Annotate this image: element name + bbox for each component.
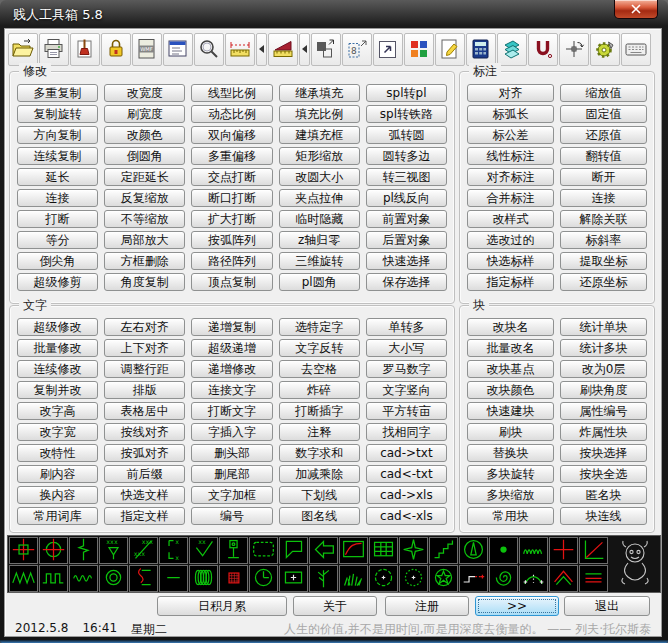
text-cmd-button[interactable]: 平方转亩	[366, 402, 447, 420]
text-cmd-button[interactable]: 快选文样	[104, 486, 185, 504]
modify-cmd-button[interactable]: 等分	[17, 231, 98, 249]
modify-cmd-button[interactable]: 建填充框	[279, 126, 360, 144]
modify-cmd-button[interactable]: 扩大打断	[191, 210, 272, 228]
block-cmd-button[interactable]: 炸属性块	[560, 423, 647, 441]
expand-button[interactable]: >>	[475, 596, 559, 616]
text-cmd-button[interactable]: 下划线	[279, 486, 360, 504]
scale-objects-button[interactable]	[311, 33, 341, 66]
grid-tool-rect-plus[interactable]	[279, 565, 308, 592]
text-cmd-button[interactable]: 指定文样	[104, 507, 185, 525]
text-cmd-button[interactable]: 删头部	[191, 444, 272, 462]
magnet-snap-button[interactable]	[528, 33, 558, 66]
modify-cmd-button[interactable]: 不等缩放	[104, 210, 185, 228]
text-cmd-button[interactable]: 批量修改	[17, 339, 98, 357]
dimension-cmd-button[interactable]: 还原值	[560, 126, 647, 144]
exit-button[interactable]: 退出	[564, 596, 650, 616]
dimension-cmd-button[interactable]: 指定标样	[467, 273, 554, 291]
grid-tool-leader-callout[interactable]	[279, 537, 308, 564]
modify-cmd-button[interactable]: pl圆角	[279, 273, 360, 291]
open-link-button[interactable]	[373, 33, 403, 66]
modify-cmd-button[interactable]: 反复缩放	[104, 189, 185, 207]
modify-cmd-button[interactable]: 定距延长	[104, 168, 185, 186]
text-cmd-button[interactable]: 编号	[191, 507, 272, 525]
lock-button[interactable]	[101, 33, 131, 66]
modify-cmd-button[interactable]: 倒圆角	[104, 147, 185, 165]
dimension-cmd-button[interactable]: 标公差	[467, 126, 554, 144]
block-cmd-button[interactable]: 常用块	[467, 507, 554, 525]
text-cmd-button[interactable]: 前后缀	[104, 465, 185, 483]
modify-cmd-button[interactable]: 线型比例	[191, 84, 272, 102]
dimension-cmd-button[interactable]: 线性标注	[467, 147, 554, 165]
dimension-cmd-button[interactable]: 还原坐标	[560, 273, 647, 291]
grid-tool-tree-branch[interactable]	[309, 565, 338, 592]
grid-tool-step-marker[interactable]	[459, 565, 488, 592]
modify-cmd-button[interactable]: 超级修剪	[17, 273, 98, 291]
dimension-cmd-button[interactable]: 提取坐标	[560, 252, 647, 270]
modify-cmd-button[interactable]: 临时隐藏	[279, 210, 360, 228]
grid-tool-line-chart[interactable]	[579, 537, 608, 564]
grid-tool-sprocket-b[interactable]	[399, 565, 428, 592]
modify-cmd-button[interactable]: spl转pl	[366, 84, 447, 102]
modify-cmd-button[interactable]: 断口打断	[191, 189, 272, 207]
grid-tool-star-four[interactable]	[399, 537, 428, 564]
text-cmd-button[interactable]: cad<-txt	[366, 465, 447, 483]
block-cmd-button[interactable]: 快速建块	[467, 402, 554, 420]
modify-cmd-button[interactable]: 交点打断	[191, 168, 272, 186]
text-cmd-button[interactable]: 加减乘除	[279, 465, 360, 483]
modify-cmd-button[interactable]: 夹点拉伸	[279, 189, 360, 207]
text-cmd-button[interactable]: 去空格	[279, 360, 360, 378]
block-cmd-button[interactable]: 属性编号	[560, 402, 647, 420]
dimension-cmd-button[interactable]: 对齐	[467, 84, 554, 102]
zoom-view-button[interactable]	[194, 33, 224, 66]
grid-tool-coordinate-mark[interactable]: xx	[159, 537, 188, 564]
modify-cmd-button[interactable]: 保存选择	[366, 273, 447, 291]
text-cmd-button[interactable]: 字插入字	[191, 423, 272, 441]
modify-cmd-button[interactable]: 后置对象	[366, 231, 447, 249]
text-cmd-button[interactable]: 文字竖向	[366, 381, 447, 399]
close-button[interactable]	[614, 0, 658, 19]
grid-tool-roof-peak[interactable]	[549, 565, 578, 592]
modify-cmd-button[interactable]: 圆转多边	[366, 147, 447, 165]
text-cmd-button[interactable]: 上下对齐	[104, 339, 185, 357]
grid-tool-sine-wave[interactable]	[69, 565, 98, 592]
modify-cmd-button[interactable]: 多重复制	[17, 84, 98, 102]
text-cmd-button[interactable]: 注释	[279, 423, 360, 441]
dimension-cmd-button[interactable]: 合并标注	[467, 189, 554, 207]
print-button[interactable]	[39, 33, 69, 66]
modify-cmd-button[interactable]: 方框删除	[104, 252, 185, 270]
modify-cmd-button[interactable]: 改颜色	[104, 126, 185, 144]
dimension-cmd-button[interactable]: 固定值	[560, 105, 647, 123]
grid-tool-star-circle[interactable]	[429, 565, 458, 592]
grid-tool-hatch-square[interactable]	[219, 565, 248, 592]
modify-cmd-button[interactable]: 三维旋转	[279, 252, 360, 270]
wmf-export-button[interactable]: WMF	[132, 33, 162, 66]
block-cmd-button[interactable]: 改为0层	[560, 360, 647, 378]
grid-tool-spring-coil[interactable]	[189, 565, 218, 592]
block-cmd-button[interactable]: 替换块	[467, 444, 554, 462]
modify-cmd-button[interactable]: 前置对象	[366, 210, 447, 228]
modify-cmd-button[interactable]: 转三视图	[366, 168, 447, 186]
keyboard-button[interactable]	[621, 33, 651, 66]
dimension-cmd-button[interactable]: 快选标样	[467, 252, 554, 270]
text-cmd-button[interactable]: 大小写	[366, 339, 447, 357]
text-cmd-button[interactable]: 文字反转	[279, 339, 360, 357]
modify-cmd-button[interactable]: 倒尖角	[17, 252, 98, 270]
move-point-button[interactable]	[559, 33, 589, 66]
text-cmd-button[interactable]: 连接文字	[191, 381, 272, 399]
open-drawing-button[interactable]	[8, 33, 38, 66]
modify-cmd-button[interactable]: 继承填充	[279, 84, 360, 102]
modify-cmd-button[interactable]: 局部放大	[104, 231, 185, 249]
grid-tool-square-wave[interactable]	[39, 565, 68, 592]
calculator-button[interactable]	[466, 33, 496, 66]
register-button[interactable]: 注册	[385, 596, 469, 616]
dimension-cmd-button[interactable]: 改样式	[467, 210, 554, 228]
grid-tool-curve-chart[interactable]	[339, 537, 368, 564]
text-cmd-button[interactable]: 左右对齐	[104, 318, 185, 336]
grid-tool-dash-line[interactable]	[159, 565, 188, 592]
modify-cmd-button[interactable]: 改圆大小	[279, 168, 360, 186]
block-cmd-button[interactable]: 多块缩放	[467, 486, 554, 504]
modify-cmd-button[interactable]: 快速选择	[366, 252, 447, 270]
grid-tool-table-grid[interactable]	[369, 537, 398, 564]
grid-tool-point-dot[interactable]	[489, 537, 518, 564]
dimension-cmd-button[interactable]: 标斜率	[560, 231, 647, 249]
